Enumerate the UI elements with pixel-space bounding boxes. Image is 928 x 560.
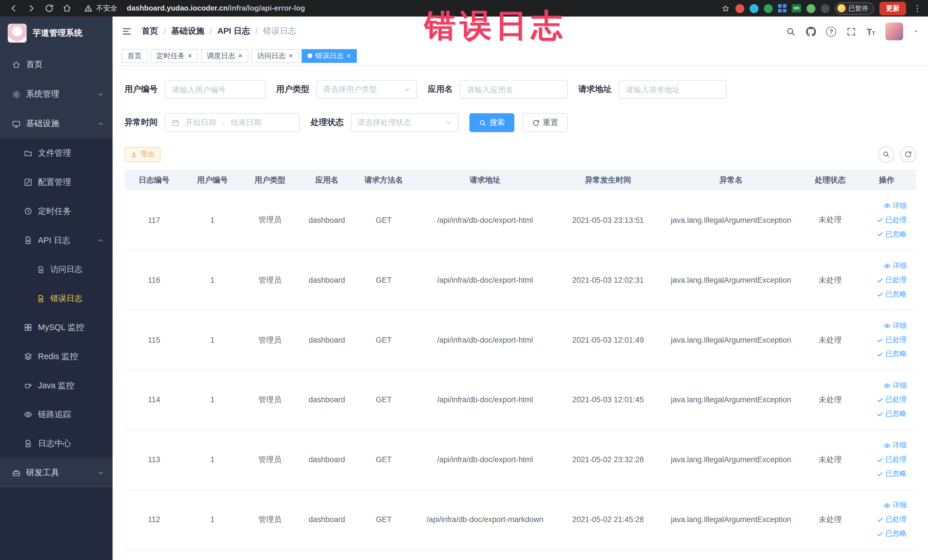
close-icon[interactable]: × — [238, 52, 243, 60]
browser-update-button[interactable]: 更新 — [879, 2, 906, 15]
ignored-link[interactable]: 已忽略 — [876, 409, 907, 419]
extension-icon-3[interactable] — [764, 4, 773, 13]
github-icon[interactable] — [806, 26, 816, 36]
hamburger-icon[interactable] — [122, 26, 132, 37]
breadcrumb-item-api-log[interactable]: API 日志 — [217, 26, 250, 37]
sidebar-item-redis-monitor[interactable]: Redis 监控 — [0, 342, 113, 371]
user-type-select[interactable]: 请选择用户类型 — [316, 80, 417, 99]
bookmark-star-icon[interactable] — [722, 4, 730, 13]
detail-link[interactable]: 详细 — [884, 201, 907, 211]
processed-link[interactable]: 已处理 — [876, 335, 907, 345]
ignored-link[interactable]: 已忽略 — [876, 529, 907, 539]
app-name-input[interactable] — [460, 80, 568, 99]
ignored-link[interactable]: 已忽略 — [876, 469, 907, 479]
extension-on-badge[interactable]: on — [792, 4, 801, 12]
search-toggle-button[interactable] — [878, 146, 894, 162]
ignored-link[interactable]: 已忽略 — [876, 229, 907, 239]
sidebar-item-log-center[interactable]: 日志中心 — [0, 429, 113, 458]
cell-status: 未处理 — [804, 490, 857, 549]
sidebar-item-label: 定时任务 — [38, 206, 71, 217]
clock-icon — [24, 207, 32, 216]
document-icon — [24, 236, 32, 245]
check-icon — [876, 276, 884, 284]
user-avatar[interactable] — [885, 23, 903, 40]
detail-link[interactable]: 详细 — [884, 381, 907, 391]
sidebar-item-system-mgmt[interactable]: 系统管理 — [0, 79, 113, 109]
tab-home[interactable]: 首页 — [122, 49, 148, 63]
eye-icon — [24, 410, 32, 419]
search-button[interactable]: 搜索 — [469, 113, 514, 132]
ignored-link[interactable]: 已忽略 — [876, 289, 907, 299]
process-status-select[interactable]: 请选择处理状态 — [351, 113, 459, 132]
browser-menu-icon[interactable]: ⋮ — [913, 3, 922, 13]
filter-row-2: 异常时间 开始日期 - 结束日期 处理状态 请选择处理状态 — [124, 113, 916, 132]
sidebar-item-scheduled-jobs[interactable]: 定时任务 — [0, 197, 113, 226]
browser-reload-icon[interactable] — [44, 3, 54, 13]
extension-grid-icon[interactable] — [778, 4, 786, 12]
detail-link[interactable]: 详细 — [884, 500, 907, 510]
cell-method: GET — [355, 370, 412, 430]
sidebar-item-java-monitor[interactable]: Java 监控 — [0, 371, 113, 400]
ignored-link[interactable]: 已忽略 — [876, 349, 907, 359]
detail-link[interactable]: 详细 — [884, 261, 907, 271]
tab-scheduled-jobs[interactable]: 定时任务× — [151, 49, 198, 63]
exception-time-range-picker[interactable]: 开始日期 - 结束日期 — [165, 113, 300, 132]
extension-icon-2[interactable] — [750, 4, 759, 13]
browser-back-icon[interactable] — [9, 3, 18, 13]
detail-link[interactable]: 详细 — [884, 320, 907, 331]
tab-access-log[interactable]: 访问日志× — [251, 49, 299, 63]
close-icon[interactable]: × — [346, 52, 351, 60]
sidebar-item-api-log[interactable]: API 日志 — [0, 226, 113, 255]
font-size-icon[interactable]: TT — [867, 27, 875, 36]
user-id-input[interactable] — [165, 80, 265, 99]
sidebar-item-dev-tools[interactable]: 研发工具 — [0, 458, 113, 488]
cell-method: GET — [355, 310, 412, 370]
close-icon[interactable]: × — [289, 52, 293, 60]
sidebar-item-link-trace[interactable]: 链路追踪 — [0, 400, 113, 429]
sidebar-item-file-mgmt[interactable]: 文件管理 — [0, 139, 113, 168]
extension-icon-1[interactable] — [736, 4, 744, 13]
extension-icon-6[interactable] — [806, 4, 815, 13]
chevron-down-icon — [97, 91, 104, 98]
cell-user-type: 管理员 — [241, 370, 298, 430]
tab-error-log[interactable]: 错误日志× — [302, 49, 357, 63]
detail-link[interactable]: 详细 — [884, 440, 907, 450]
check-icon — [876, 231, 884, 238]
browser-forward-icon[interactable] — [26, 3, 36, 13]
help-icon[interactable]: ? — [826, 26, 836, 36]
paused-badge[interactable]: 已暂停 — [835, 2, 874, 15]
breadcrumb-separator: / — [255, 26, 258, 36]
extension-icon-7[interactable] — [821, 4, 830, 13]
reset-button[interactable]: 重置 — [523, 113, 568, 132]
close-icon[interactable]: × — [188, 52, 192, 60]
breadcrumb-item-home[interactable]: 首页 — [142, 26, 158, 37]
refresh-button[interactable] — [900, 146, 916, 162]
app-logo[interactable]: 芋道管理系统 — [0, 17, 113, 50]
fullscreen-icon[interactable] — [846, 26, 856, 36]
processed-link[interactable]: 已处理 — [876, 514, 907, 524]
processed-link[interactable]: 已处理 — [876, 275, 907, 285]
layers-icon — [24, 352, 32, 361]
cell-time: 2021-05-02 21:45:28 — [558, 490, 658, 549]
sidebar-item-home[interactable]: 首页 — [0, 50, 113, 79]
sidebar-item-config-mgmt[interactable]: 配置管理 — [0, 168, 113, 197]
processed-link[interactable]: 已处理 — [876, 215, 907, 225]
folder-icon — [24, 149, 32, 157]
export-button[interactable]: 导出 — [124, 146, 160, 162]
breadcrumb-item-infrastructure[interactable]: 基础设施 — [171, 26, 204, 37]
sidebar-item-mysql-monitor[interactable]: MySQL 监控 — [0, 313, 113, 342]
sidebar-item-access-log[interactable]: 访问日志 — [0, 255, 113, 284]
cell-user-id: 1 — [184, 190, 241, 250]
sidebar-item-infrastructure[interactable]: 基础设施 — [0, 109, 113, 139]
processed-link[interactable]: 已处理 — [876, 395, 907, 404]
tab-dispatch-log[interactable]: 调度日志× — [201, 49, 248, 63]
sidebar-item-error-log[interactable]: 错误日志 — [0, 284, 113, 313]
cell-time: 2021-05-03 12:02:31 — [558, 250, 658, 310]
caret-down-icon[interactable] — [913, 29, 919, 35]
coffee-icon — [24, 381, 32, 390]
processed-link[interactable]: 已处理 — [876, 455, 907, 464]
search-icon[interactable] — [786, 26, 796, 36]
request-url-input[interactable] — [619, 80, 727, 99]
browser-home-icon[interactable] — [62, 3, 72, 13]
address-bar[interactable]: 不安全 dashboard.yudao.iocoder.cn/infra/log… — [84, 3, 305, 13]
